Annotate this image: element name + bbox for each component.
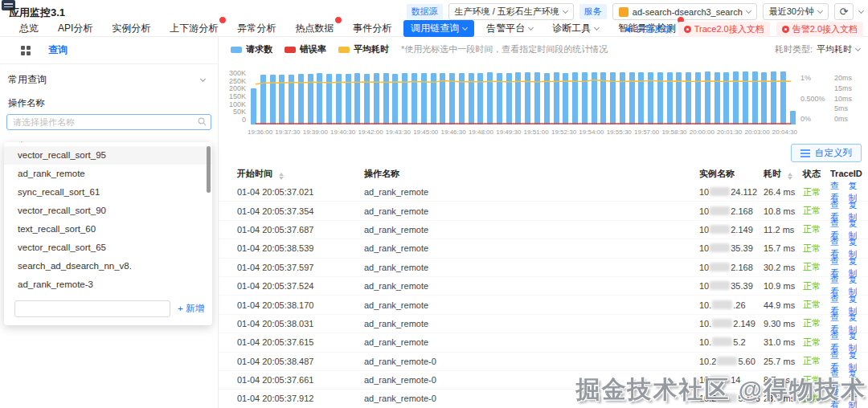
legend-label: 平均耗时 (354, 43, 389, 55)
ip-suffix: 5.2 (733, 337, 745, 347)
ip-redacted-blur (717, 357, 737, 365)
ip-prefix: 10.2 (699, 357, 716, 366)
cell-operation: ad_rank_remote (364, 263, 699, 272)
cell-operation: ad_rank_remote (364, 337, 699, 347)
cell-instance: 10.25.60 (699, 357, 764, 366)
table-row: 01-04 20:05:37.687ad_rank_remote102.1491… (219, 221, 868, 239)
x-tick: 19:49:30 (496, 129, 521, 136)
dropdown-scrollbar[interactable] (207, 146, 211, 193)
service-select[interactable]: ad-search-dsearch3_search (612, 3, 757, 20)
x-tick: 19:42:00 (358, 129, 383, 136)
x-tick: 19:45:00 (413, 129, 438, 136)
y-tick: 5ms (834, 105, 852, 112)
ip-prefix: 10 (699, 225, 709, 235)
y-tick: 0% (800, 116, 825, 123)
dropdown-item[interactable]: ad_rank_remote-3 (4, 275, 212, 294)
y-axis-left: 300K250K200K150K100K50K0 (219, 70, 246, 124)
ip-prefix: 10 (699, 243, 709, 253)
dropdown-item[interactable]: vector_recall_sort_90 (4, 202, 212, 220)
dropdown-item[interactable]: ad_rank_remote (4, 165, 212, 183)
time-range-select[interactable]: 最近30分钟 (763, 3, 829, 20)
cell-status: 正常 (803, 205, 830, 217)
trace-doc-link[interactable]: Trace2.0接入文档 (678, 22, 770, 37)
cell-status: 正常 (803, 355, 830, 367)
add-operation-button[interactable]: + 新增 (178, 303, 204, 315)
dropdown-item[interactable]: vector_recall_sort_65 (4, 239, 212, 257)
doc-icon (684, 26, 691, 33)
collapse-chevron-icon[interactable] (200, 75, 206, 81)
header-cost[interactable]: 耗时 (764, 168, 803, 180)
operation-input-wrap (6, 114, 211, 130)
grid-icon[interactable] (21, 46, 31, 55)
nav-item-诊断工具[interactable]: 诊断工具 (545, 20, 606, 37)
latency-type-select[interactable]: 耗时类型: 平均耗时 (775, 43, 860, 55)
dropdown-item[interactable]: vector_recall_sort_95 (4, 146, 212, 165)
ip-suffix: 35.39 (731, 281, 753, 291)
new-operation-input[interactable] (14, 300, 170, 317)
operation-select-input[interactable] (6, 114, 211, 130)
legend-avg-latency[interactable]: 平均耗时 (338, 43, 389, 55)
ip-suffix: 2.149 (733, 319, 755, 328)
nav-item-上下游分析[interactable]: 上下游分析 (162, 20, 225, 37)
sort-icon[interactable] (279, 173, 284, 180)
cell-instance: 1035.39 (699, 281, 764, 291)
y-tick: 1% (800, 75, 825, 82)
chevron-down-icon[interactable] (858, 7, 864, 13)
datasource-select[interactable]: 生产环境 / 五彩石生产环境 (448, 3, 574, 20)
ip-prefix: 10. (699, 300, 711, 310)
ip-prefix: 10 (699, 281, 709, 291)
x-tick: 20:03:00 (744, 129, 769, 136)
ip-suffix: 24.112 (731, 187, 757, 197)
dropdown-item[interactable]: sync_recall_sort_61 (4, 183, 212, 202)
list-icon (800, 149, 810, 157)
ip-redacted-blur (710, 263, 730, 271)
header-instance: 实例名称 (699, 168, 764, 180)
nav-item-实例分析[interactable]: 实例分析 (104, 20, 158, 37)
y-tick: 100K (219, 101, 246, 108)
ip-prefix: 10. (699, 337, 711, 347)
nav-item-API分析[interactable]: API分析 (51, 20, 100, 37)
nav-item-事件分析[interactable]: 事件分析 (346, 20, 399, 37)
service-value: ad-search-dsearch3_search (633, 7, 743, 17)
nav-item-异常分析[interactable]: 异常分析 (230, 20, 283, 37)
trace-table: 开始时间 操作名称 实例名称 耗时 状态 TraceID 01-04 20:05… (219, 164, 868, 408)
ip-redacted-blur (712, 337, 732, 346)
cell-start-time: 01-04 20:05:37.354 (219, 206, 364, 216)
nav-item-告警平台[interactable]: 告警平台 (479, 20, 540, 37)
ip-redacted-blur (710, 243, 730, 252)
nav-item-热点数据[interactable]: 热点数据 (288, 20, 341, 37)
alert-doc-link[interactable]: 告警2.0接入文档 (776, 22, 863, 37)
chevron-down-icon (817, 7, 823, 13)
ip-redacted-blur (710, 281, 730, 290)
y-tick: 0ms (834, 116, 852, 123)
tab-query[interactable]: 查询 (48, 43, 68, 57)
cell-start-time: 01-04 20:05:38.170 (219, 300, 364, 310)
header-trace-id: TraceID (830, 169, 862, 178)
ip-prefix: 10 (699, 263, 709, 272)
table-row: 01-04 20:05:37.524ad_rank_remote1035.391… (219, 277, 868, 296)
y-tick: 300K (219, 70, 246, 77)
ip-redacted-blur (710, 187, 730, 196)
service-label: 服务 (579, 4, 607, 19)
dropdown-item[interactable]: search_ad_dsearch_nn_v8. (4, 257, 212, 275)
feedback-link[interactable]: 问题反馈 (625, 23, 672, 35)
header-start-time[interactable]: 开始时间 (219, 168, 364, 180)
x-tick: 19:58:30 (661, 129, 686, 136)
nav-item-调用链查询[interactable]: 调用链查询 (403, 20, 474, 37)
y-axis-error-rate: 1%0.500%0% (800, 75, 825, 123)
legend-requests[interactable]: 请求数 (231, 43, 272, 55)
ip-suffix: 35.39 (731, 243, 753, 253)
ip-prefix: 10 (699, 206, 709, 216)
cell-start-time: 01-04 20:05:37.597 (219, 263, 364, 272)
badge-icon (334, 16, 342, 24)
nav-item-总览[interactable]: 总览 (12, 20, 46, 37)
sort-icon[interactable] (788, 173, 792, 180)
datasource-label: 数据源 (407, 4, 443, 19)
legend-label: 请求数 (246, 43, 272, 55)
customize-columns-button[interactable]: 自定义列 (791, 144, 862, 162)
doc-icon (782, 26, 789, 33)
legend-error-rate[interactable]: 错误率 (285, 43, 326, 55)
dropdown-item[interactable]: text_recall_sort_60 (4, 220, 212, 239)
refresh-button[interactable]: ⟳ (834, 3, 854, 20)
cell-status: 正常 (803, 280, 830, 292)
